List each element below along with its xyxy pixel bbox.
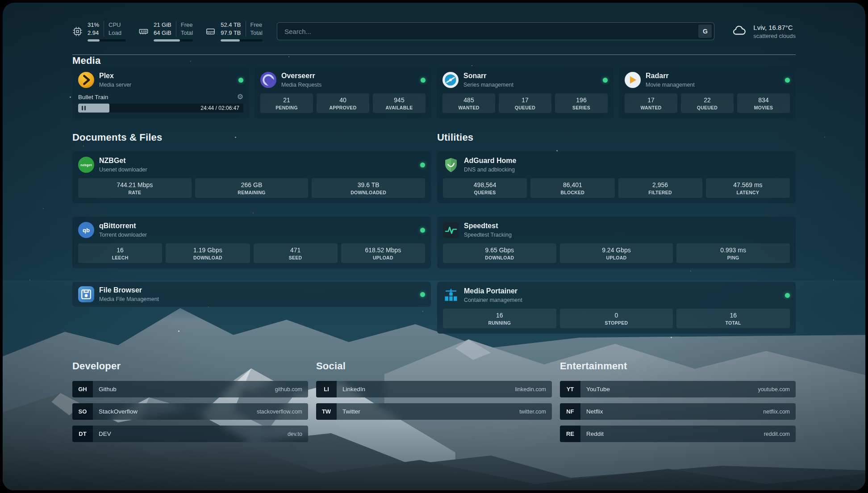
stat-movies: 834 MOVIES bbox=[737, 93, 790, 113]
bookmark-domain: reddit.com bbox=[764, 426, 796, 442]
status-dot bbox=[603, 78, 608, 83]
bookmark-name: StackOverflow bbox=[93, 403, 257, 420]
bookmark-domain: youtube.com bbox=[758, 381, 796, 397]
service-subtitle: DNS and adblocking bbox=[464, 167, 516, 173]
stat-latency: 47.569 ms LATENCY bbox=[706, 178, 790, 198]
bookmark-abbr: LI bbox=[316, 381, 337, 397]
gear-icon[interactable]: ⚙ bbox=[237, 93, 243, 100]
snow-specks bbox=[3, 3, 4, 4]
resource-widgets: 31% 2.94 CPU Load bbox=[72, 21, 263, 41]
search-provider-button[interactable]: G bbox=[698, 25, 712, 38]
service-subtitle: Usenet downloader bbox=[99, 167, 147, 173]
service-name: Overseerr bbox=[281, 72, 321, 80]
radarr-icon bbox=[625, 72, 641, 88]
bookmark-dev[interactable]: DT DEV dev.to bbox=[72, 426, 308, 442]
memory-widget: 21 GiB 64 GiB Free Total bbox=[138, 21, 193, 41]
bookmark-stackoverflow[interactable]: SO StackOverflow stackoverflow.com bbox=[72, 403, 308, 420]
bookmark-abbr: DT bbox=[72, 426, 93, 442]
pause-icon[interactable] bbox=[82, 106, 86, 110]
entertainment-bookmarks: Entertainment YT YouTube youtube.com NF … bbox=[560, 360, 796, 448]
bookmark-abbr: SO bbox=[72, 403, 93, 420]
service-subtitle: Speedtest Tracking bbox=[464, 232, 512, 238]
filebrowser-icon bbox=[78, 286, 94, 302]
service-subtitle: Container management bbox=[464, 297, 522, 303]
status-dot bbox=[420, 163, 425, 167]
overseerr-icon bbox=[260, 72, 276, 88]
bookmark-abbr: YT bbox=[560, 381, 580, 397]
documents-column: Documents & Files nzbget NZBGet Usenet d… bbox=[72, 132, 431, 334]
status-dot bbox=[420, 228, 425, 233]
bookmark-abbr: NF bbox=[560, 403, 580, 420]
service-name: File Browser bbox=[99, 286, 159, 294]
memory-progress-bar bbox=[154, 39, 193, 42]
speedtest-icon bbox=[443, 222, 459, 238]
section-title-documents: Documents & Files bbox=[72, 132, 431, 143]
stat-wanted: 485 WANTED bbox=[442, 93, 495, 113]
bookmark-linkedin[interactable]: LI LinkedIn linkedin.com bbox=[316, 381, 552, 397]
bookmark-reddit[interactable]: RE Reddit reddit.com bbox=[560, 426, 796, 442]
service-card-portainer[interactable]: Media Portainer Container management 16 … bbox=[437, 282, 796, 334]
service-card-qbittorrent[interactable]: qb qBittorrent Torrent downloader 16 LEE… bbox=[72, 217, 431, 268]
bookmark-name: Reddit bbox=[580, 426, 764, 442]
stat-running: 16 RUNNING bbox=[443, 309, 556, 328]
social-bookmarks: Social LI LinkedIn linkedin.com TW Twitt… bbox=[316, 360, 552, 448]
cpu-progress-bar bbox=[88, 39, 126, 42]
bookmark-abbr: RE bbox=[560, 426, 580, 442]
service-subtitle: Media File Management bbox=[99, 296, 159, 302]
now-playing-title: Bullet Train bbox=[78, 94, 108, 100]
service-card-plex[interactable]: Plex Media server Bullet Train ⚙ 24:44 /… bbox=[72, 67, 249, 118]
cpu-load-label: Load bbox=[108, 29, 121, 37]
status-dot bbox=[785, 293, 790, 298]
search-bar[interactable]: G bbox=[277, 22, 714, 40]
service-card-filebrowser[interactable]: File Browser Media File Management bbox=[72, 282, 431, 307]
bookmark-twitter[interactable]: TW Twitter twitter.com bbox=[316, 403, 552, 420]
section-title-social: Social bbox=[316, 360, 552, 372]
stat-stopped: 0 STOPPED bbox=[560, 309, 673, 328]
qbittorrent-icon: qb bbox=[78, 222, 94, 238]
stat-downloaded: 39.6 TB DOWNLOADED bbox=[312, 178, 425, 198]
cpu-usage-value: 31% bbox=[88, 21, 99, 29]
stat-series: 196 SERIES bbox=[555, 93, 608, 113]
bookmark-domain: netflix.com bbox=[763, 403, 796, 420]
bookmark-github[interactable]: GH Github github.com bbox=[72, 381, 308, 397]
service-card-sonarr[interactable]: Sonarr Series management 485 WANTED 17 Q… bbox=[437, 67, 613, 118]
bookmark-netflix[interactable]: NF Netflix netflix.com bbox=[560, 403, 796, 420]
stat-rate: 744.21 Mbps RATE bbox=[78, 178, 192, 198]
service-name: qBittorrent bbox=[99, 222, 147, 230]
bookmark-name: LinkedIn bbox=[337, 381, 515, 397]
service-name: Plex bbox=[99, 72, 131, 80]
stat-filtered: 2,956 FILTERED bbox=[618, 178, 702, 198]
adguard-icon bbox=[443, 157, 459, 173]
stat-leech: 16 LEECH bbox=[78, 243, 162, 263]
service-card-adguard[interactable]: AdGuard Home DNS and adblocking 498,564 … bbox=[437, 151, 796, 203]
bookmark-name: DEV bbox=[93, 426, 288, 442]
bookmark-name: Twitter bbox=[337, 403, 519, 420]
bookmark-youtube[interactable]: YT YouTube youtube.com bbox=[560, 381, 796, 397]
service-card-speedtest[interactable]: Speedtest Speedtest Tracking 9.65 Gbps D… bbox=[437, 217, 796, 268]
service-name: AdGuard Home bbox=[464, 157, 516, 165]
divider bbox=[104, 21, 104, 36]
bookmark-abbr: TW bbox=[316, 403, 337, 420]
playback-progress-bar[interactable]: 24:44 / 02:06:47 bbox=[78, 104, 243, 113]
status-dot bbox=[785, 78, 790, 83]
disk-progress-bar bbox=[221, 39, 263, 42]
service-name: Speedtest bbox=[464, 222, 512, 230]
memory-icon bbox=[138, 26, 149, 37]
service-subtitle: Torrent downloader bbox=[99, 232, 147, 238]
stat-available: 945 AVAILABLE bbox=[373, 93, 426, 113]
service-card-radarr[interactable]: Radarr Movie management 17 WANTED 22 QUE… bbox=[619, 67, 796, 118]
stat-remaining: 266 GB REMAINING bbox=[195, 178, 309, 198]
stat-blocked: 86,401 BLOCKED bbox=[530, 178, 614, 198]
snow-specks-bright bbox=[3, 3, 4, 4]
dashboard-page: 31% 2.94 CPU Load bbox=[3, 3, 865, 490]
divider bbox=[246, 21, 246, 36]
cpu-usage-label: CPU bbox=[108, 21, 121, 29]
stat-ping: 0.993 ms PING bbox=[676, 243, 790, 263]
service-name: Radarr bbox=[646, 72, 695, 80]
status-dot bbox=[420, 292, 425, 297]
service-card-overseerr[interactable]: Overseerr Media Requests 21 PENDING 40 A… bbox=[255, 67, 431, 118]
disk-widget: 52.4 TB 97.9 TB Free Total bbox=[205, 21, 263, 41]
search-input[interactable] bbox=[284, 27, 698, 36]
service-card-nzbget[interactable]: nzbget NZBGet Usenet downloader 744.21 M… bbox=[72, 151, 431, 203]
bookmark-name: Github bbox=[93, 381, 275, 397]
